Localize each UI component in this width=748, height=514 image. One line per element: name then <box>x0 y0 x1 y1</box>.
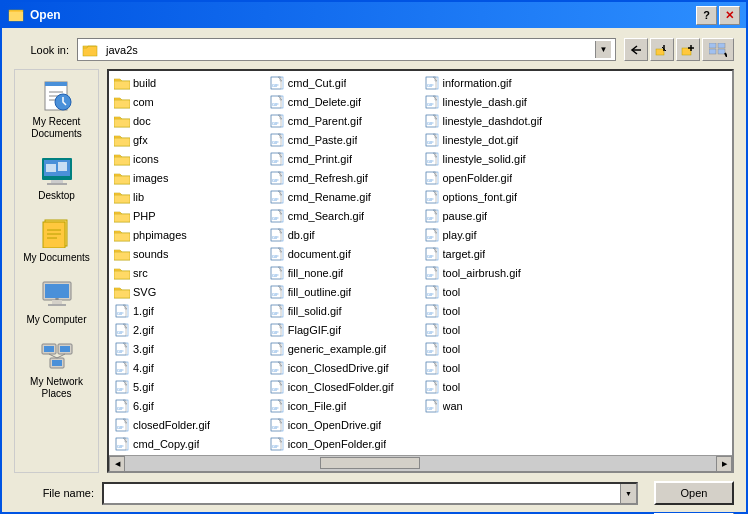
up-folder-button[interactable] <box>650 38 674 61</box>
list-item[interactable]: GIF cmd_Print.gif <box>266 149 421 168</box>
open-button[interactable]: Open <box>654 481 734 505</box>
list-item[interactable]: lib <box>111 187 266 206</box>
list-item[interactable]: GIF FlagGIF.gif <box>266 320 421 339</box>
list-item[interactable]: GIF db.gif <box>266 225 421 244</box>
sidebar-item-computer[interactable]: My Computer <box>17 272 97 330</box>
file-name: fill_solid.gif <box>288 305 342 317</box>
scroll-right-btn[interactable]: ▶ <box>716 456 732 472</box>
list-item[interactable]: GIF linestyle_dashdot.gif <box>421 111 576 130</box>
list-item[interactable]: GIF closedFolder.gif <box>111 415 266 434</box>
list-item[interactable]: GIF play.gif <box>421 225 576 244</box>
new-folder-button[interactable] <box>676 38 700 61</box>
help-button[interactable]: ? <box>696 6 717 25</box>
list-item[interactable]: GIF information.gif <box>421 73 576 92</box>
list-item[interactable]: GIF tool <box>421 320 576 339</box>
list-item[interactable]: GIF 3.gif <box>111 339 266 358</box>
list-item[interactable]: GIF document.gif <box>266 244 421 263</box>
list-item[interactable]: GIF icon_ClosedFolder.gif <box>266 377 421 396</box>
list-item[interactable]: GIF linestyle_dash.gif <box>421 92 576 111</box>
list-item[interactable]: GIF tool <box>421 339 576 358</box>
file-name: 6.gif <box>133 400 154 412</box>
list-item[interactable]: GIF 6.gif <box>111 396 266 415</box>
list-item[interactable]: GIF linestyle_dot.gif <box>421 130 576 149</box>
sidebar-item-network[interactable]: My NetworkPlaces <box>17 334 97 404</box>
file-list-scroll[interactable]: build com doc gfx icons images lib PHP p… <box>109 71 732 455</box>
list-item[interactable]: GIF cmd_Paste.gif <box>266 130 421 149</box>
list-item[interactable]: GIF fill_outline.gif <box>266 282 421 301</box>
list-item[interactable]: GIF cmd_Copy.gif <box>111 434 266 453</box>
dialog-title: Open <box>30 8 61 22</box>
list-item[interactable]: GIF tool <box>421 358 576 377</box>
svg-text:GIF: GIF <box>272 368 279 373</box>
file-name-dropdown-arrow[interactable]: ▼ <box>620 484 636 503</box>
dropdown-arrow[interactable]: ▼ <box>595 41 611 58</box>
list-item[interactable]: GIF cmd_Search.gif <box>266 206 421 225</box>
list-item[interactable]: doc <box>111 111 266 130</box>
file-name-input[interactable] <box>104 484 620 503</box>
file-name: cmd_Refresh.gif <box>288 172 368 184</box>
folder-icon <box>114 151 130 167</box>
title-buttons: ? ✕ <box>696 6 740 25</box>
sidebar-item-desktop-label: Desktop <box>38 190 75 202</box>
sidebar-item-recent[interactable]: My RecentDocuments <box>17 74 97 144</box>
list-item[interactable]: GIF openFolder.gif <box>421 168 576 187</box>
list-item[interactable]: GIF cmd_Cut.gif <box>266 73 421 92</box>
list-item[interactable]: GIF icon_File.gif <box>266 396 421 415</box>
list-item[interactable]: GIF cmd_Rename.gif <box>266 187 421 206</box>
sidebar-item-documents[interactable]: My Documents <box>17 210 97 268</box>
list-item[interactable]: GIF 1.gif <box>111 301 266 320</box>
file-name: phpimages <box>133 229 187 241</box>
list-item[interactable]: GIF icon_ClosedDrive.gif <box>266 358 421 377</box>
list-item[interactable]: GIF pause.gif <box>421 206 576 225</box>
look-in-dropdown[interactable]: java2s ▼ <box>77 38 616 61</box>
gif-icon: GIF <box>114 379 130 395</box>
list-item[interactable]: GIF tool_airbrush.gif <box>421 263 576 282</box>
h-scrollbar[interactable]: ◀ ▶ <box>109 455 732 471</box>
sidebar-item-network-label: My NetworkPlaces <box>30 376 83 400</box>
list-item[interactable]: SVG <box>111 282 266 301</box>
svg-text:GIF: GIF <box>117 444 124 449</box>
list-item[interactable]: GIF icon_OpenDrive.gif <box>266 415 421 434</box>
sidebar-item-desktop[interactable]: Desktop <box>17 148 97 206</box>
list-item[interactable]: com <box>111 92 266 111</box>
list-item[interactable]: GIF fill_solid.gif <box>266 301 421 320</box>
list-item[interactable]: GIF 4.gif <box>111 358 266 377</box>
folder-icon <box>114 284 130 300</box>
list-item[interactable]: GIF cmd_Delete.gif <box>266 92 421 111</box>
list-item[interactable]: GIF cmd_Parent.gif <box>266 111 421 130</box>
svg-text:GIF: GIF <box>272 292 279 297</box>
scroll-left-btn[interactable]: ◀ <box>109 456 125 472</box>
list-item[interactable]: build <box>111 73 266 92</box>
list-item[interactable]: GIF linestyle_solid.gif <box>421 149 576 168</box>
main-area: My RecentDocuments Deskto <box>14 69 734 473</box>
list-item[interactable]: GIF 2.gif <box>111 320 266 339</box>
list-item[interactable]: sounds <box>111 244 266 263</box>
file-name: images <box>133 172 168 184</box>
file-name: cmd_Rename.gif <box>288 191 371 203</box>
list-item[interactable]: GIF options_font.gif <box>421 187 576 206</box>
file-name-label: File name: <box>14 487 94 499</box>
list-item[interactable]: icons <box>111 149 266 168</box>
svg-rect-22 <box>43 222 65 248</box>
list-item[interactable]: GIF fill_none.gif <box>266 263 421 282</box>
list-item[interactable]: GIF target.gif <box>421 244 576 263</box>
list-item[interactable]: gfx <box>111 130 266 149</box>
views-button[interactable] <box>702 38 734 61</box>
list-item[interactable]: GIF tool <box>421 282 576 301</box>
list-item[interactable]: images <box>111 168 266 187</box>
list-item[interactable]: PHP <box>111 206 266 225</box>
list-item[interactable]: GIF 5.gif <box>111 377 266 396</box>
h-scroll-thumb[interactable] <box>320 457 420 469</box>
file-name: fill_outline.gif <box>288 286 352 298</box>
list-item[interactable]: GIF generic_example.gif <box>266 339 421 358</box>
list-item[interactable]: phpimages <box>111 225 266 244</box>
list-item[interactable]: src <box>111 263 266 282</box>
h-scroll-track[interactable] <box>125 456 716 471</box>
list-item[interactable]: GIF tool <box>421 301 576 320</box>
close-button[interactable]: ✕ <box>719 6 740 25</box>
list-item[interactable]: GIF cmd_Refresh.gif <box>266 168 421 187</box>
list-item[interactable]: GIF tool <box>421 377 576 396</box>
list-item[interactable]: GIF wan <box>421 396 576 415</box>
back-button[interactable] <box>624 38 648 61</box>
list-item[interactable]: GIF icon_OpenFolder.gif <box>266 434 421 453</box>
